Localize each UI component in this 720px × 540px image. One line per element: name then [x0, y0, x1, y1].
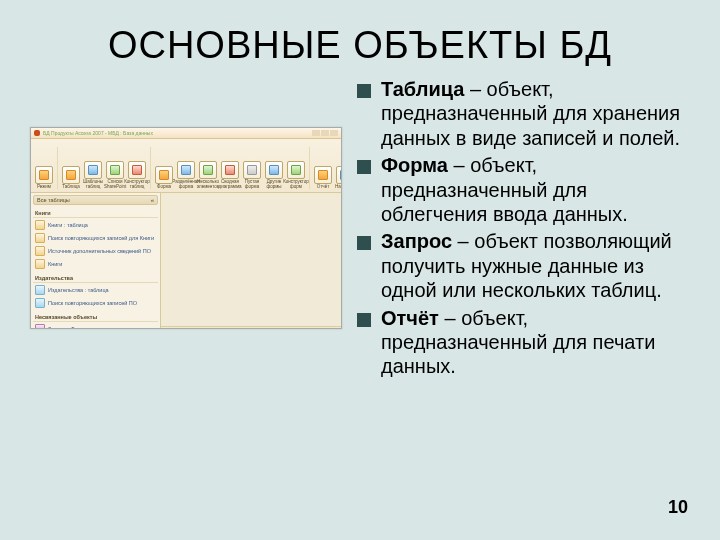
nav-item[interactable]: Источник дополнительных сведений ПО	[33, 244, 158, 257]
window-titlebar: БД Продукты Access 2007 - МБД : База дан…	[31, 128, 341, 139]
slide: ОСНОВНЫЕ ОБЪЕКТЫ БД БД Продукты Access 2…	[0, 0, 720, 540]
nav-item-icon	[35, 233, 45, 243]
bullet-text: Форма – объект, предназначенный для обле…	[381, 153, 690, 226]
nav-item-label: Поиск повторяющихся записей для Книги	[48, 235, 154, 241]
ribbon-icon	[287, 161, 305, 179]
ribbon-icon	[314, 166, 332, 184]
ribbon-label: Другие формы	[264, 180, 284, 189]
content-row: БД Продукты Access 2007 - МБД : База дан…	[0, 77, 720, 382]
bullet-text: Запрос – объект позволяющий получить нуж…	[381, 229, 690, 302]
status-bar	[161, 326, 341, 329]
nav-item-icon	[35, 324, 45, 330]
ribbon-button[interactable]: Пустая форма	[242, 161, 262, 189]
nav-header-text: Все таблицы	[37, 197, 70, 203]
nav-group-header: Книги	[33, 208, 158, 218]
ribbon-label: Шаблоны таблиц	[83, 180, 103, 189]
nav-item-icon	[35, 246, 45, 256]
ribbon-button[interactable]: Конструктор таблиц	[127, 161, 147, 189]
ribbon-button[interactable]: Отчёт	[313, 166, 333, 190]
ribbon-group: ТаблицаШаблоны таблицСписки SharePointКо…	[61, 147, 151, 189]
ribbon-icon	[84, 161, 102, 179]
ribbon-label: Режим	[37, 185, 51, 190]
ribbon-label: Таблица	[62, 185, 80, 190]
nav-item[interactable]: Книги	[33, 257, 158, 270]
bullet-text: Отчёт – объект, предназначенный для печа…	[381, 306, 690, 379]
ribbon-label: Списки SharePoint	[104, 180, 126, 189]
ribbon-label: Конструктор форм	[283, 180, 309, 189]
ribbon-group: Режим	[34, 147, 58, 189]
chevron-down-icon: «	[151, 197, 154, 203]
ribbon-button[interactable]: Другие формы	[264, 161, 284, 189]
ribbon-icon	[62, 166, 80, 184]
ribbon-button[interactable]: Режим	[34, 166, 54, 190]
nav-item[interactable]: Поиск повторяющихся записей для Книги	[33, 231, 158, 244]
app-icon	[34, 130, 40, 136]
nav-item-label: Поиск повторяющихся записей ПО	[48, 300, 137, 306]
page-title: ОСНОВНЫЕ ОБЪЕКТЫ БД	[0, 0, 720, 77]
access-body: Все таблицы « КнигиКниги : таблицаПоиск …	[31, 193, 341, 329]
nav-item-label: Издательства : таблица	[48, 287, 109, 293]
bullet-marker	[357, 313, 371, 327]
nav-group-header: Несвязанные объекты	[33, 312, 158, 322]
ribbon-button[interactable]: Наклейки	[335, 166, 342, 190]
nav-item[interactable]: Книги : таблица	[33, 218, 158, 231]
ribbon-icon	[155, 166, 173, 184]
bullet-marker	[357, 236, 371, 250]
screenshot-column: БД Продукты Access 2007 - МБД : База дан…	[30, 77, 342, 382]
ribbon-icon	[243, 161, 261, 179]
ribbon-label: Конструктор таблиц	[124, 180, 150, 189]
nav-item-icon	[35, 259, 45, 269]
bullet-item: Отчёт – объект, предназначенный для печа…	[357, 306, 690, 379]
nav-item[interactable]: Издательства : таблица	[33, 283, 158, 296]
page-number: 10	[668, 497, 688, 518]
bullet-item: Таблица – объект, предназначенный для хр…	[357, 77, 690, 150]
ribbon-label: Разделённая форма	[172, 180, 199, 189]
nav-item-label: Источник дополнительных сведений ПО	[48, 248, 151, 254]
ribbon-button[interactable]: Форма	[154, 166, 174, 190]
nav-item-icon	[35, 298, 45, 308]
workspace	[161, 193, 341, 329]
bullet-marker	[357, 160, 371, 174]
bullet-item: Запрос – объект позволяющий получить нуж…	[357, 229, 690, 302]
nav-item-icon	[35, 220, 45, 230]
nav-group-header: Издательства	[33, 273, 158, 283]
ribbon-icon	[221, 161, 239, 179]
window-controls	[312, 130, 338, 136]
ribbon-icon	[199, 161, 217, 179]
nav-item-icon	[35, 285, 45, 295]
nav-item-label: Запрос : Фильм название	[48, 326, 113, 330]
bullet-text: Таблица – объект, предназначенный для хр…	[381, 77, 690, 150]
ribbon-button[interactable]: Списки SharePoint	[105, 161, 125, 189]
nav-item-label: Книги : таблица	[48, 222, 88, 228]
nav-item[interactable]: Запрос : Фильм название	[33, 322, 158, 329]
ribbon-button[interactable]: Разделённая форма	[176, 161, 196, 189]
ribbon-label: Наклейки	[335, 185, 342, 190]
ribbon-button[interactable]: Конструктор форм	[286, 161, 306, 189]
ribbon-button[interactable]: Таблица	[61, 166, 81, 190]
ribbon-group: ФормаРазделённая формаНесколько элементо…	[154, 147, 310, 189]
ribbon-group: ОтчётНаклейкиПустой отчётМастер отчётовК…	[313, 147, 342, 189]
access-screenshot: БД Продукты Access 2007 - МБД : База дан…	[30, 127, 342, 329]
nav-item-label: Книги	[48, 261, 62, 267]
ribbon-button[interactable]: Шаблоны таблиц	[83, 161, 103, 189]
ribbon-icon	[128, 161, 146, 179]
ribbon-button[interactable]: Несколько элементов	[198, 161, 218, 189]
ribbon-label: Сводная диаграмма	[219, 180, 242, 189]
ribbon-label: Несколько элементов	[197, 180, 219, 189]
ribbon-icon	[106, 161, 124, 179]
ribbon-label: Отчёт	[317, 185, 329, 190]
nav-item[interactable]: Поиск повторяющихся записей ПО	[33, 296, 158, 309]
ribbon-label: Форма	[157, 185, 171, 190]
ribbon-icon	[265, 161, 283, 179]
bullets-column: Таблица – объект, предназначенный для хр…	[342, 77, 690, 382]
ribbon-label: Пустая форма	[242, 180, 262, 189]
ribbon-icon	[35, 166, 53, 184]
window-title: БД Продукты Access 2007 - МБД : База дан…	[43, 130, 153, 136]
ribbon: РежимТаблицаШаблоны таблицСписки SharePo…	[31, 139, 341, 193]
nav-pane-header: Все таблицы «	[33, 195, 158, 205]
bullet-marker	[357, 84, 371, 98]
bullet-item: Форма – объект, предназначенный для обле…	[357, 153, 690, 226]
nav-pane: Все таблицы « КнигиКниги : таблицаПоиск …	[31, 193, 161, 329]
ribbon-button[interactable]: Сводная диаграмма	[220, 161, 240, 189]
ribbon-icon	[177, 161, 195, 179]
